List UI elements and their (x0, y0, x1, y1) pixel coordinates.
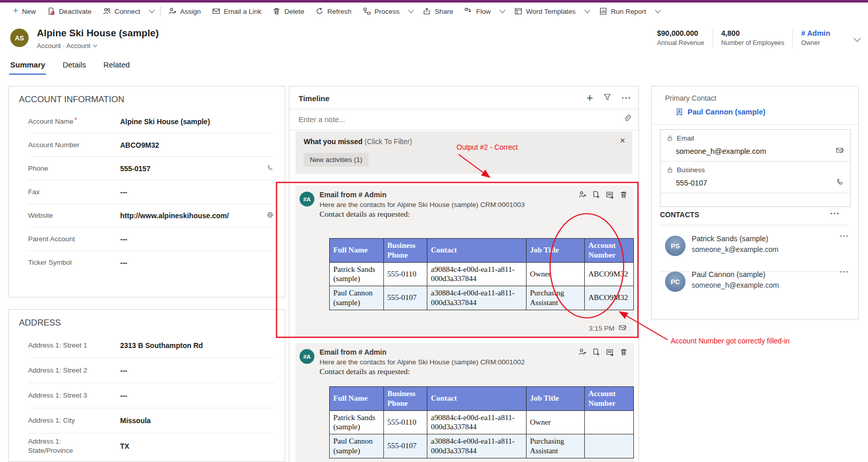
assign-record-icon[interactable] (578, 348, 586, 358)
deactivate-button[interactable]: Deactivate (41, 3, 97, 20)
contact-more-button[interactable]: ··· (840, 267, 849, 276)
field-row-street2[interactable]: Address 1: Street 2 --- (28, 358, 275, 383)
note-input[interactable]: Enter a note... (299, 115, 623, 124)
phone-icon[interactable] (267, 164, 273, 173)
globe-icon[interactable] (267, 211, 273, 220)
word-templates-button[interactable]: Word Templates (509, 3, 581, 20)
owner-link[interactable]: # Admin (801, 29, 830, 37)
contact-more-button[interactable]: ··· (840, 232, 849, 240)
contact-email[interactable]: someone_k@example.com (692, 245, 850, 253)
contacts-more-button[interactable]: ··· (830, 209, 840, 218)
email-card-1[interactable]: #A Email from # Admin Here are the conta… (295, 186, 634, 337)
paperclip-icon[interactable] (623, 114, 631, 125)
email-field-value[interactable]: someone_h@example.com (676, 147, 836, 155)
email-timestamp: 3:15 PM (589, 325, 614, 332)
connect-dropdown-button[interactable] (146, 3, 158, 20)
primary-contact-label: Primary Contact (665, 94, 716, 102)
city-label: Address 1: City (28, 416, 115, 425)
field-row-account-name[interactable]: Account Name* Alpine Ski House (sample) (28, 110, 275, 133)
table-row: Paul Cannon (sample) 555-0107 a30884c4-e… (330, 434, 634, 458)
divider (660, 225, 850, 225)
connect-button[interactable]: Connect (97, 3, 146, 20)
field-row-city[interactable]: Address 1: City Missoula (28, 408, 275, 433)
primary-contact-link[interactable]: Paul Cannon (sample) (675, 108, 765, 116)
field-row-fax[interactable]: Fax --- (28, 180, 275, 203)
timeline-more-button[interactable]: ··· (622, 94, 631, 103)
parent-account-label: Parent Account (28, 235, 115, 244)
run-report-dropdown-button[interactable] (652, 3, 664, 20)
annual-revenue-label: Annual Revenue (657, 39, 704, 47)
new-button[interactable]: + New (7, 3, 41, 20)
owner-stat[interactable]: # Admin Owner (792, 29, 838, 47)
table-row: Patrick Sands (sample) 555-0110 a90884c4… (330, 410, 634, 434)
run-report-button[interactable]: Run Report (593, 3, 652, 20)
phone-icon[interactable] (836, 178, 844, 188)
delete-record-icon[interactable] (620, 348, 628, 358)
contact-name[interactable]: Patrick Sands (sample) (692, 235, 850, 243)
record-type-label: Account · Account (37, 42, 90, 50)
open-record-icon[interactable] (606, 348, 614, 358)
state-province-value: TX (88, 442, 129, 450)
employees-stat[interactable]: 4,800 Number of Employees (713, 29, 793, 47)
process-button[interactable]: Process (357, 3, 405, 20)
open-record-icon[interactable] (606, 191, 614, 201)
annual-revenue-value: $90,000.000 (657, 29, 704, 37)
col-business-phone: Business Phone (383, 387, 427, 411)
header-collapse-button[interactable] (855, 34, 860, 43)
add-activity-button[interactable]: + (586, 94, 593, 102)
field-row-state-province[interactable]: Address 1: State/Province TX (28, 433, 275, 459)
email-body-line: Contact details as requested: (319, 210, 629, 219)
send-email-icon[interactable] (619, 324, 627, 333)
tab-related[interactable]: Related (102, 57, 131, 75)
add-document-icon[interactable] (592, 348, 600, 358)
process-dropdown-button[interactable] (405, 3, 417, 20)
refresh-button[interactable]: Refresh (310, 3, 357, 20)
new-activities-pill[interactable]: New activities (1) (304, 153, 369, 167)
filter-button[interactable] (603, 93, 611, 103)
field-row-ticker-symbol[interactable]: Ticker Symbol --- (28, 250, 275, 274)
email-card-2[interactable]: #A Email from # Admin Here are the conta… (295, 343, 634, 462)
contact-list-item-2[interactable]: PC Paul Cannon (sample) someone_h@exampl… (660, 265, 850, 307)
field-row-parent-account[interactable]: Parent Account --- (28, 227, 275, 250)
primary-contact-name: Paul Cannon (sample) (688, 108, 765, 116)
annual-revenue-stat[interactable]: $90,000.000 Annual Revenue (649, 29, 712, 47)
field-row-phone[interactable]: Phone 555-0157 (28, 156, 275, 180)
refresh-icon (315, 7, 324, 15)
business-phone-field-value[interactable]: 555-0107 (676, 179, 836, 187)
delete-button[interactable]: Delete (267, 3, 310, 20)
field-row-website[interactable]: Website http://www.alpineskihouse.com/ (28, 203, 275, 227)
contact-name[interactable]: Paul Cannon (sample) (692, 270, 850, 279)
field-row-street3[interactable]: Address 1: Street 3 --- (28, 383, 275, 408)
tab-details[interactable]: Details (61, 57, 87, 75)
chevron-down-icon[interactable] (93, 42, 97, 47)
email-a-link-button[interactable]: Email a Link (207, 3, 267, 20)
add-document-icon[interactable] (592, 191, 600, 201)
assign-record-icon[interactable] (578, 191, 586, 201)
state-province-label: Address 1: State/Province (28, 437, 88, 455)
close-icon[interactable]: × (620, 135, 625, 146)
email-avatar: #A (300, 192, 314, 206)
assign-button[interactable]: Assign (163, 3, 207, 20)
form-tabs: Summary Details Related (9, 57, 131, 75)
plus-icon: + (13, 7, 18, 14)
street1-value: 2313 B Southampton Rd (115, 341, 203, 350)
flow-dropdown-button[interactable] (496, 3, 509, 20)
share-button[interactable]: Share (417, 3, 459, 20)
col-account-number: Account Number (584, 239, 633, 263)
fax-value: --- (115, 188, 127, 196)
annotation-output-correct: Output #2 - Correct (456, 143, 518, 151)
new-label: New (22, 8, 36, 15)
field-row-street1[interactable]: Address 1: Street 1 2313 B Southampton R… (28, 333, 275, 358)
flow-button[interactable]: Flow (459, 3, 496, 20)
contact-email[interactable]: someone_h@example.com (692, 281, 850, 289)
chevron-down-icon (499, 7, 505, 13)
field-row-account-number[interactable]: Account Number ABCO9M32 (28, 133, 275, 156)
word-templates-dropdown-button[interactable] (581, 3, 593, 20)
delete-record-icon[interactable] (620, 191, 628, 201)
tab-summary[interactable]: Summary (9, 57, 46, 75)
click-to-filter-hint[interactable]: (Click To Filter) (364, 137, 412, 146)
send-email-icon[interactable] (836, 146, 844, 156)
page-title: Alpine Ski House (sample) (37, 28, 159, 39)
note-input-row[interactable]: Enter a note... (289, 109, 638, 130)
lock-icon (667, 167, 673, 173)
